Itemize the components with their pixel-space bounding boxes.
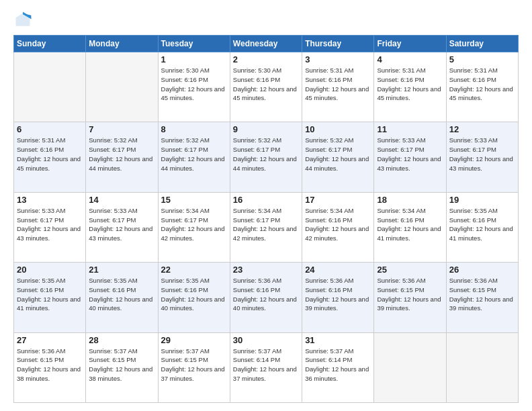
day-number: 15 [161, 195, 227, 205]
calendar-cell: 15Sunrise: 5:34 AM Sunset: 6:17 PM Dayli… [158, 192, 230, 262]
calendar-cell [446, 332, 518, 402]
weekday-header-saturday: Saturday [446, 36, 518, 52]
calendar-cell: 21Sunrise: 5:35 AM Sunset: 6:16 PM Dayli… [86, 263, 158, 332]
day-number: 25 [377, 265, 443, 275]
day-info: Sunrise: 5:31 AM Sunset: 6:16 PM Dayligh… [305, 66, 371, 103]
day-info: Sunrise: 5:34 AM Sunset: 6:17 PM Dayligh… [161, 206, 227, 243]
calendar-cell: 4Sunrise: 5:31 AM Sunset: 6:16 PM Daylig… [374, 52, 446, 122]
header [13, 11, 519, 30]
day-info: Sunrise: 5:33 AM Sunset: 6:17 PM Dayligh… [17, 206, 83, 243]
calendar-cell: 5Sunrise: 5:31 AM Sunset: 6:16 PM Daylig… [446, 52, 518, 122]
day-number: 24 [305, 265, 371, 275]
calendar-week-row: 20Sunrise: 5:35 AM Sunset: 6:16 PM Dayli… [14, 263, 519, 332]
day-info: Sunrise: 5:37 AM Sunset: 6:14 PM Dayligh… [305, 347, 371, 383]
day-number: 17 [305, 195, 371, 205]
day-info: Sunrise: 5:36 AM Sunset: 6:15 PM Dayligh… [377, 276, 443, 313]
day-info: Sunrise: 5:33 AM Sunset: 6:17 PM Dayligh… [449, 136, 515, 173]
day-number: 29 [161, 335, 227, 345]
day-number: 28 [89, 335, 154, 345]
calendar-cell: 7Sunrise: 5:32 AM Sunset: 6:17 PM Daylig… [86, 122, 158, 192]
day-number: 9 [233, 124, 299, 134]
calendar-cell: 11Sunrise: 5:33 AM Sunset: 6:17 PM Dayli… [374, 122, 446, 192]
weekday-header-wednesday: Wednesday [230, 36, 302, 52]
calendar-cell: 17Sunrise: 5:34 AM Sunset: 6:16 PM Dayli… [302, 192, 374, 262]
weekday-header-sunday: Sunday [14, 36, 86, 52]
calendar-cell: 14Sunrise: 5:33 AM Sunset: 6:17 PM Dayli… [86, 192, 158, 262]
day-info: Sunrise: 5:34 AM Sunset: 6:16 PM Dayligh… [305, 206, 371, 243]
calendar-cell: 18Sunrise: 5:34 AM Sunset: 6:16 PM Dayli… [374, 192, 446, 262]
day-number: 22 [161, 265, 227, 275]
day-info: Sunrise: 5:34 AM Sunset: 6:17 PM Dayligh… [233, 206, 299, 243]
day-number: 23 [233, 265, 299, 275]
calendar-cell [14, 52, 86, 122]
day-info: Sunrise: 5:30 AM Sunset: 6:16 PM Dayligh… [233, 66, 299, 103]
day-info: Sunrise: 5:33 AM Sunset: 6:17 PM Dayligh… [377, 136, 443, 173]
day-info: Sunrise: 5:32 AM Sunset: 6:17 PM Dayligh… [161, 136, 227, 173]
calendar-cell: 28Sunrise: 5:37 AM Sunset: 6:15 PM Dayli… [86, 332, 158, 402]
day-info: Sunrise: 5:35 AM Sunset: 6:16 PM Dayligh… [161, 276, 227, 313]
calendar-week-row: 27Sunrise: 5:36 AM Sunset: 6:15 PM Dayli… [14, 332, 519, 402]
day-info: Sunrise: 5:34 AM Sunset: 6:16 PM Dayligh… [377, 206, 443, 243]
day-info: Sunrise: 5:32 AM Sunset: 6:17 PM Dayligh… [233, 136, 299, 173]
calendar-cell: 20Sunrise: 5:35 AM Sunset: 6:16 PM Dayli… [14, 263, 86, 332]
day-info: Sunrise: 5:30 AM Sunset: 6:16 PM Dayligh… [161, 66, 227, 103]
day-number: 3 [305, 54, 371, 64]
day-info: Sunrise: 5:33 AM Sunset: 6:17 PM Dayligh… [89, 206, 154, 243]
calendar-cell: 8Sunrise: 5:32 AM Sunset: 6:17 PM Daylig… [158, 122, 230, 192]
logo [13, 11, 35, 30]
calendar-cell: 12Sunrise: 5:33 AM Sunset: 6:17 PM Dayli… [446, 122, 518, 192]
weekday-header-tuesday: Tuesday [158, 36, 230, 52]
calendar-cell: 23Sunrise: 5:36 AM Sunset: 6:16 PM Dayli… [230, 263, 302, 332]
day-info: Sunrise: 5:31 AM Sunset: 6:16 PM Dayligh… [449, 66, 515, 103]
day-info: Sunrise: 5:35 AM Sunset: 6:16 PM Dayligh… [17, 276, 83, 313]
day-info: Sunrise: 5:31 AM Sunset: 6:16 PM Dayligh… [377, 66, 443, 103]
day-number: 11 [377, 124, 443, 134]
weekday-header-friday: Friday [374, 36, 446, 52]
day-number: 19 [449, 195, 515, 205]
day-info: Sunrise: 5:32 AM Sunset: 6:17 PM Dayligh… [305, 136, 371, 173]
day-number: 2 [233, 54, 299, 64]
day-number: 14 [89, 195, 154, 205]
day-number: 13 [17, 195, 83, 205]
day-number: 7 [89, 124, 154, 134]
calendar-week-row: 1Sunrise: 5:30 AM Sunset: 6:16 PM Daylig… [14, 52, 519, 122]
calendar-week-row: 13Sunrise: 5:33 AM Sunset: 6:17 PM Dayli… [14, 192, 519, 262]
calendar-cell: 27Sunrise: 5:36 AM Sunset: 6:15 PM Dayli… [14, 332, 86, 402]
calendar-cell: 6Sunrise: 5:31 AM Sunset: 6:16 PM Daylig… [14, 122, 86, 192]
calendar-cell: 9Sunrise: 5:32 AM Sunset: 6:17 PM Daylig… [230, 122, 302, 192]
day-number: 10 [305, 124, 371, 134]
day-info: Sunrise: 5:37 AM Sunset: 6:15 PM Dayligh… [161, 347, 227, 383]
calendar-cell: 30Sunrise: 5:37 AM Sunset: 6:14 PM Dayli… [230, 332, 302, 402]
day-number: 21 [89, 265, 154, 275]
day-number: 1 [161, 54, 227, 64]
day-number: 6 [17, 124, 83, 134]
calendar-cell: 29Sunrise: 5:37 AM Sunset: 6:15 PM Dayli… [158, 332, 230, 402]
weekday-header-monday: Monday [86, 36, 158, 52]
calendar-cell: 3Sunrise: 5:31 AM Sunset: 6:16 PM Daylig… [302, 52, 374, 122]
calendar-table: SundayMondayTuesdayWednesdayThursdayFrid… [13, 35, 519, 403]
calendar-cell: 10Sunrise: 5:32 AM Sunset: 6:17 PM Dayli… [302, 122, 374, 192]
day-number: 12 [449, 124, 515, 134]
day-info: Sunrise: 5:36 AM Sunset: 6:15 PM Dayligh… [17, 347, 83, 383]
calendar-cell: 16Sunrise: 5:34 AM Sunset: 6:17 PM Dayli… [230, 192, 302, 262]
calendar-cell: 24Sunrise: 5:36 AM Sunset: 6:16 PM Dayli… [302, 263, 374, 332]
day-info: Sunrise: 5:36 AM Sunset: 6:15 PM Dayligh… [449, 276, 515, 313]
day-info: Sunrise: 5:36 AM Sunset: 6:16 PM Dayligh… [233, 276, 299, 313]
calendar-cell: 26Sunrise: 5:36 AM Sunset: 6:15 PM Dayli… [446, 263, 518, 332]
day-number: 31 [305, 335, 371, 345]
calendar-week-row: 6Sunrise: 5:31 AM Sunset: 6:16 PM Daylig… [14, 122, 519, 192]
calendar-cell [86, 52, 158, 122]
calendar-cell: 25Sunrise: 5:36 AM Sunset: 6:15 PM Dayli… [374, 263, 446, 332]
calendar-cell: 2Sunrise: 5:30 AM Sunset: 6:16 PM Daylig… [230, 52, 302, 122]
day-info: Sunrise: 5:37 AM Sunset: 6:15 PM Dayligh… [89, 347, 154, 383]
logo-icon [13, 11, 32, 30]
day-number: 27 [17, 335, 83, 345]
day-info: Sunrise: 5:31 AM Sunset: 6:16 PM Dayligh… [17, 136, 83, 173]
calendar-cell: 1Sunrise: 5:30 AM Sunset: 6:16 PM Daylig… [158, 52, 230, 122]
calendar-cell [374, 332, 446, 402]
day-info: Sunrise: 5:37 AM Sunset: 6:14 PM Dayligh… [233, 347, 299, 383]
day-number: 16 [233, 195, 299, 205]
day-number: 8 [161, 124, 227, 134]
day-number: 30 [233, 335, 299, 345]
day-info: Sunrise: 5:35 AM Sunset: 6:16 PM Dayligh… [89, 276, 154, 313]
